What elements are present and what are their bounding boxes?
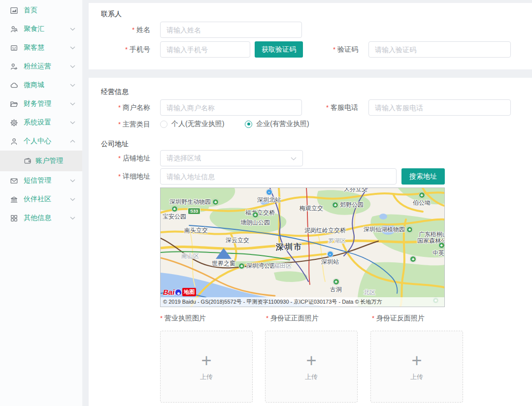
map-label: 深圳站 bbox=[321, 251, 339, 266]
sidebar-item-label: 短信管理 bbox=[24, 176, 70, 185]
sidebar-item-personal[interactable]: 个人中心 bbox=[0, 132, 82, 151]
required-mark: * bbox=[118, 173, 121, 180]
phone-input[interactable] bbox=[160, 41, 250, 58]
search-address-button[interactable]: 搜索地址 bbox=[401, 168, 445, 185]
sidebar-item-home[interactable]: 首页 bbox=[0, 1, 82, 20]
sidebar-item-label: 聚食汇 bbox=[24, 25, 70, 33]
sidebar-item-label: 账户管理 bbox=[35, 156, 63, 165]
captcha-input[interactable] bbox=[368, 41, 511, 58]
map-label-text: 深圳野生动物园 bbox=[169, 198, 211, 206]
required-mark: * bbox=[118, 155, 121, 162]
sidebar-item-jushihui[interactable]: 聚食汇 bbox=[0, 20, 82, 38]
map-label: 世界之窗 bbox=[212, 248, 235, 268]
map-label: 深圳野生动物园 bbox=[169, 198, 219, 206]
sidebar: 首页 聚食汇 聚客慧 粉丝运营 微商城 财务管理 bbox=[0, 0, 83, 406]
baidu-maps-logo: Bai 地图 bbox=[163, 288, 196, 296]
map-road-shield: S33 bbox=[188, 208, 200, 215]
sidebar-item-mall[interactable]: 微商城 bbox=[0, 76, 82, 94]
sidebar-item-account[interactable]: 账户管理 bbox=[0, 151, 82, 171]
chevron-down-icon bbox=[70, 102, 75, 106]
get-sms-code-button[interactable]: 获取验证码 bbox=[255, 41, 303, 58]
sidebar-item-finance[interactable]: 财务管理 bbox=[0, 94, 82, 113]
sidebar-item-label: 伙伴社区 bbox=[24, 195, 70, 204]
radio-personal[interactable] bbox=[160, 121, 167, 128]
region-select[interactable]: 请选择区域 bbox=[160, 150, 303, 166]
map-label-text: S33 bbox=[190, 209, 198, 214]
map-label: 南头立交 bbox=[184, 226, 208, 235]
park-icon bbox=[410, 256, 416, 262]
address-label: *详细地址 bbox=[89, 168, 150, 185]
sidebar-item-label: 其他信息 bbox=[24, 214, 70, 222]
idcard-front-label: *身份证正面照片 bbox=[266, 314, 319, 323]
required-mark: * bbox=[372, 314, 374, 322]
map-label: 郊野公园 bbox=[332, 201, 364, 209]
merchant-name-label: *商户名称 bbox=[89, 99, 150, 116]
idcard-back-label: *身份证反面照片 bbox=[372, 314, 425, 323]
required-mark: * bbox=[266, 314, 268, 322]
radio-enterprise-label[interactable]: 企业(有营业执照) bbox=[256, 120, 309, 128]
sidebar-item-community[interactable]: 伙伴社区 bbox=[0, 190, 82, 209]
captcha-label: *验证码 bbox=[305, 41, 358, 58]
map-label-text: 深圳湾公园 bbox=[246, 262, 276, 270]
cloud-icon bbox=[10, 81, 18, 90]
plus-icon: + bbox=[201, 352, 211, 370]
map-label-text: 伯公坳 bbox=[413, 199, 431, 207]
map-label: 伯公坳 bbox=[413, 192, 431, 207]
map-label: 深圳湾公园 bbox=[238, 262, 276, 270]
map-label-text: 深圳市 bbox=[276, 242, 302, 252]
required-mark: * bbox=[333, 46, 335, 53]
name-input[interactable] bbox=[160, 22, 302, 38]
folder-icon bbox=[10, 100, 18, 108]
baidu-paw-icon bbox=[175, 289, 182, 296]
sidebar-item-label: 个人中心 bbox=[24, 137, 70, 146]
map-label: 古洞 bbox=[330, 279, 342, 294]
sidebar-item-sms[interactable]: 短信管理 bbox=[0, 171, 82, 190]
rail-station-icon bbox=[327, 251, 333, 257]
chevron-down-icon bbox=[291, 155, 297, 162]
map-label: 罗湖区 bbox=[328, 237, 346, 245]
required-mark: * bbox=[125, 46, 128, 53]
map-label: 深圳北站 bbox=[257, 189, 281, 204]
map-label-text: 深圳站 bbox=[321, 258, 339, 266]
park-icon bbox=[171, 206, 178, 212]
map-label: 深云立交 bbox=[226, 236, 249, 245]
wallet-icon bbox=[24, 157, 32, 165]
upload-text: 上传 bbox=[410, 373, 423, 381]
park-icon bbox=[333, 279, 339, 285]
section-title-address: 公司地址 bbox=[101, 140, 129, 149]
sidebar-item-label: 粉丝运营 bbox=[24, 62, 70, 71]
idcard-front-upload-box[interactable]: + 上传 bbox=[265, 331, 358, 403]
sidebar-item-other[interactable]: 其他信息 bbox=[0, 209, 82, 227]
required-mark: * bbox=[118, 121, 121, 128]
region-select-placeholder: 请选择区域 bbox=[166, 154, 291, 163]
license-upload-box[interactable]: + 上传 bbox=[160, 331, 253, 403]
park-icon bbox=[419, 192, 425, 198]
radio-enterprise[interactable] bbox=[245, 121, 252, 128]
chart-icon bbox=[10, 6, 18, 15]
sidebar-item-label: 聚客慧 bbox=[24, 43, 70, 52]
required-mark: * bbox=[132, 26, 134, 33]
robot-icon bbox=[10, 44, 18, 52]
name-label: *姓名 bbox=[89, 22, 150, 38]
sidebar-item-jukehui[interactable]: 聚客慧 bbox=[0, 38, 82, 57]
chevron-down-icon bbox=[70, 84, 75, 87]
radio-personal-label[interactable]: 个人(无营业执照) bbox=[171, 120, 224, 128]
user-icon bbox=[10, 137, 18, 146]
map-label-text: 世界之窗 bbox=[212, 259, 235, 268]
map-label-text: 塘朗山公园 bbox=[240, 219, 270, 227]
idcard-back-upload-box[interactable]: + 上传 bbox=[370, 331, 463, 403]
map-label-text: 南山区 bbox=[181, 252, 199, 260]
chevron-down-icon bbox=[70, 121, 75, 125]
map[interactable]: 深圳野生动物园宝安公园S33福龙立交桥塘朗山公园深圳北站梅观立交郊野公园大芬立交… bbox=[160, 187, 445, 307]
plus-icon: + bbox=[306, 352, 316, 370]
license-photo-label: *营业执照图片 bbox=[160, 314, 206, 323]
sidebar-item-fans[interactable]: 粉丝运营 bbox=[0, 57, 82, 76]
sidebar-item-settings[interactable]: 系统设置 bbox=[0, 113, 82, 132]
address-input[interactable] bbox=[160, 168, 397, 185]
upload-text: 上传 bbox=[305, 373, 318, 381]
park-icon bbox=[212, 199, 219, 205]
merchant-name-input[interactable] bbox=[160, 99, 302, 116]
service-phone-input[interactable] bbox=[368, 99, 511, 116]
baidu-logo-text: Bai bbox=[163, 288, 174, 296]
park-icon bbox=[332, 202, 338, 208]
